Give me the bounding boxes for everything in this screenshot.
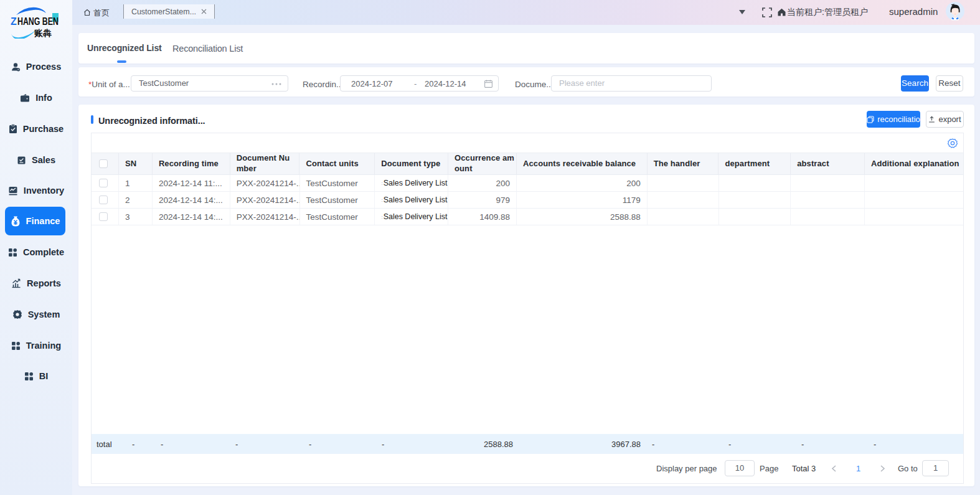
svg-text:Z: Z (11, 16, 17, 27)
svg-text:HANG BEN: HANG BEN (17, 16, 59, 27)
svg-text:账犇: 账犇 (34, 28, 52, 38)
